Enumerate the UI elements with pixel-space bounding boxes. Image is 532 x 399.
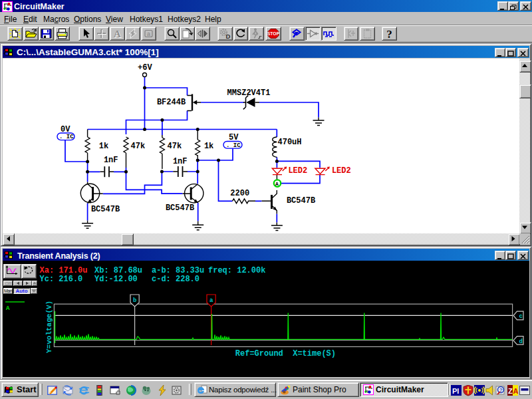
svg-text:LED2: LED2 <box>288 166 307 176</box>
svg-text:STOP: STOP <box>267 31 279 36</box>
svg-text:a: a <box>146 31 150 37</box>
svg-text:2200: 2200 <box>230 189 249 198</box>
svg-text:+6V: +6V <box>138 63 152 72</box>
svg-text:1k: 1k <box>204 142 213 151</box>
svg-text:. IC: . IC <box>226 142 241 149</box>
svg-text:A: A <box>513 387 519 395</box>
svg-text:47k: 47k <box>168 142 182 151</box>
svg-text:b: b <box>133 297 136 304</box>
svg-text:c: c <box>519 313 523 320</box>
svg-text:a: a <box>209 297 213 304</box>
svg-text:470uH: 470uH <box>278 138 302 147</box>
svg-text:D: D <box>226 33 231 40</box>
svg-text:A: A <box>275 181 279 187</box>
svg-text:Z: Z <box>508 387 513 395</box>
svg-text:?: ? <box>386 28 392 40</box>
svg-text:A: A <box>114 29 121 39</box>
svg-text:BC547B: BC547B <box>91 205 120 214</box>
svg-text:Y=voltage(V): Y=voltage(V) <box>45 301 53 353</box>
svg-text:1nF: 1nF <box>173 157 188 166</box>
svg-text:PI: PI <box>452 387 459 395</box>
svg-text:A: A <box>6 305 10 312</box>
svg-text:47k: 47k <box>131 142 146 151</box>
svg-text:0V: 0V <box>61 125 70 134</box>
svg-text:1nF: 1nF <box>104 156 118 165</box>
svg-text:1k: 1k <box>99 142 108 151</box>
svg-text:BC547B: BC547B <box>166 203 194 213</box>
svg-text:5V: 5V <box>229 133 239 142</box>
svg-text:d: d <box>519 338 523 345</box>
svg-text:BF244B: BF244B <box>157 98 186 107</box>
svg-text:Ref=Ground X=time(S): Ref=Ground X=time(S) <box>235 349 336 358</box>
svg-text:. IC: . IC <box>59 134 74 140</box>
svg-text:BC547B: BC547B <box>287 196 315 205</box>
svg-text:MMSZ2V4T1: MMSZ2V4T1 <box>227 88 271 98</box>
svg-text:LED2: LED2 <box>332 166 351 176</box>
